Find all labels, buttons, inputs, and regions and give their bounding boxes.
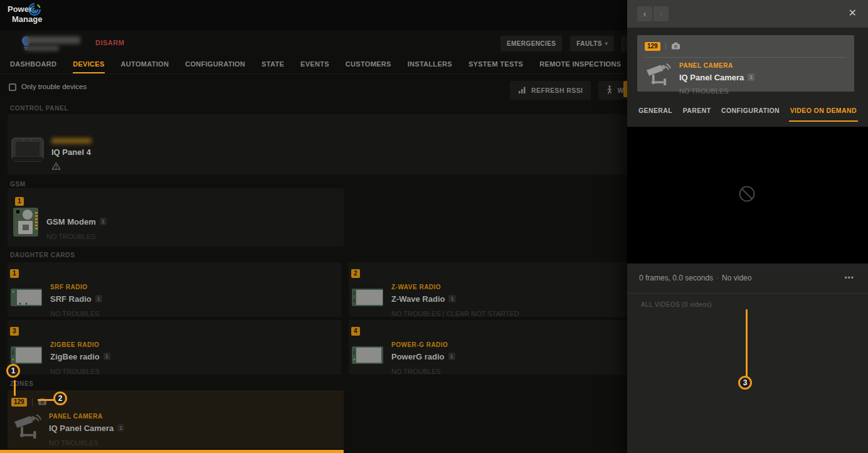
emergencies-button[interactable]: EMERGENCIES xyxy=(500,36,562,51)
srf-radio-card[interactable]: 1 SRF RADIO SRF Radio1 NO TROUBLES xyxy=(8,262,341,317)
callout-3-line xyxy=(746,309,748,377)
device-status: NO TROUBLES xyxy=(50,368,110,375)
chevron-down-icon: ▾ xyxy=(605,41,608,46)
device-name: Z-Wave Radio xyxy=(391,294,445,304)
all-videos-label: ALL VIDEOS (0 videos) xyxy=(641,301,712,308)
nav-dashboard[interactable]: DASHBOARD xyxy=(10,55,56,73)
selected-section-strip xyxy=(0,450,344,453)
tab-configuration[interactable]: CONFIGURATION xyxy=(720,97,781,122)
prev-device-button[interactable]: ‹ xyxy=(637,6,652,21)
device-status: NO TROUBLES xyxy=(50,310,102,317)
refresh-rssi-label: REFRESH RSSI xyxy=(531,87,583,94)
camera-icon xyxy=(38,397,47,408)
nav-configuration[interactable]: CONFIGURATION xyxy=(185,55,245,73)
redacted-account-subtext xyxy=(25,46,59,51)
device-count-badge: 1 xyxy=(448,295,455,302)
video-preview-area xyxy=(627,127,868,264)
device-count-badge: 1 xyxy=(448,353,455,360)
powermanage-swirl-icon xyxy=(28,3,41,19)
device-id-badge: 1 xyxy=(15,197,24,206)
no-video-label: No video xyxy=(722,274,751,282)
section-header-daughter-cards: DAUGHTER CARDS xyxy=(10,252,75,258)
device-status: NO TROUBLES xyxy=(391,368,455,375)
device-type-label: PANEL CAMERA xyxy=(679,62,754,69)
control-panel-card[interactable]: IQ Panel 4 xyxy=(8,114,672,174)
device-detail-tabs: GENERAL PARENT CONFIGURATION VIDEO ON DE… xyxy=(627,92,868,127)
device-name: IQ Panel Camera xyxy=(49,424,114,433)
gsm-modem-card[interactable]: 1 GSM Modem1 NO TROUBLES xyxy=(8,188,344,247)
nav-system-tests[interactable]: SYSTEM TESTS xyxy=(468,55,523,73)
device-id-badge: 3 xyxy=(10,327,19,336)
nav-devices[interactable]: DEVICES xyxy=(73,55,104,73)
radio-board-image xyxy=(351,346,384,375)
faults-label: FAULTS xyxy=(576,40,602,47)
close-icon[interactable]: ✕ xyxy=(849,7,857,19)
tab-general[interactable]: GENERAL xyxy=(637,97,674,122)
disarm-state-label: DISARM xyxy=(95,39,124,46)
device-name: ZigBee radio xyxy=(50,352,100,361)
iq-panel-image xyxy=(11,137,44,173)
callout-2-line xyxy=(38,399,55,401)
device-id-badge: 4 xyxy=(351,327,360,336)
device-name: IQ Panel 4 xyxy=(51,147,92,157)
nav-customers[interactable]: CUSTOMERS xyxy=(346,55,391,73)
nav-events[interactable]: EVENTS xyxy=(300,55,329,73)
callout-1: 1 xyxy=(6,364,20,378)
no-video-icon xyxy=(737,184,757,206)
device-type-label: ZIGBEE RADIO xyxy=(50,341,110,348)
walking-person-icon xyxy=(606,85,613,95)
more-options-icon[interactable]: ••• xyxy=(844,274,854,282)
device-status: NO TROUBLES xyxy=(49,439,124,447)
divider xyxy=(665,43,666,50)
panel-device-card: 129 xyxy=(637,35,854,92)
signal-icon xyxy=(518,86,527,95)
callout-1-line xyxy=(14,380,16,396)
refresh-rssi-button[interactable]: REFRESH RSSI xyxy=(510,81,591,100)
emergencies-label: EMERGENCIES xyxy=(507,40,556,47)
callout-2: 2 xyxy=(53,392,67,405)
zigbee-radio-card[interactable]: 3 ZIGBEE RADIO ZigBee radio1 NO TROUBLES xyxy=(8,320,341,375)
section-header-gsm: GSM xyxy=(10,181,26,188)
clipped-status-button[interactable] xyxy=(621,36,627,51)
device-type-label: PANEL CAMERA xyxy=(49,413,124,420)
callout-3: 3 xyxy=(738,376,752,390)
device-count-badge: 1 xyxy=(100,218,107,225)
radio-board-image xyxy=(351,288,384,317)
main-navigation: DASHBOARD DEVICES AUTOMATION CONFIGURATI… xyxy=(0,55,627,74)
tab-video-on-demand[interactable]: VIDEO ON DEMAND xyxy=(789,97,858,122)
device-type-label: Z-WAVE RADIO xyxy=(391,284,519,290)
device-name: SRF Radio xyxy=(50,294,92,304)
device-name: IQ Panel Camera xyxy=(679,73,744,82)
device-name: GSM Modem xyxy=(46,217,96,226)
cctv-camera-image xyxy=(13,413,41,447)
only-trouble-checkbox[interactable] xyxy=(9,83,16,91)
device-status: NO TROUBLES | CLEAR NOT STARTED xyxy=(391,310,519,317)
device-count-badge: 1 xyxy=(117,424,124,432)
nav-installers[interactable]: INSTALLERS xyxy=(408,55,452,73)
device-count-badge: 1 xyxy=(748,73,754,81)
divider xyxy=(32,398,33,406)
device-count-badge: 1 xyxy=(103,353,110,360)
redacted-panel-name xyxy=(51,138,92,144)
nav-state[interactable]: STATE xyxy=(262,55,284,73)
zone-id-badge: 129 xyxy=(11,398,27,407)
cctv-camera-image xyxy=(645,62,671,95)
device-count-badge: 1 xyxy=(95,295,102,302)
faults-dropdown[interactable]: FAULTS ▾ xyxy=(570,36,614,51)
warning-triangle-icon xyxy=(51,161,92,173)
nav-automation[interactable]: AUTOMATION xyxy=(121,55,169,73)
camera-icon xyxy=(671,41,680,52)
nav-remote-inspections[interactable]: REMOTE INSPECTIONS xyxy=(539,55,621,73)
device-id-badge: 2 xyxy=(351,269,360,278)
next-device-button[interactable]: › xyxy=(654,6,669,21)
radio-board-image xyxy=(10,288,43,317)
divider xyxy=(645,57,847,58)
section-header-control-panel: CONTROL PANEL xyxy=(10,105,68,112)
redacted-account-name xyxy=(24,36,80,44)
device-type-label: SRF RADIO xyxy=(50,284,102,290)
dot-separator: · xyxy=(716,274,719,282)
device-id-badge: 1 xyxy=(10,269,19,278)
device-type-label: POWER-G RADIO xyxy=(391,341,455,348)
video-status-line: 0 frames, 0.0 seconds·No video xyxy=(639,274,751,282)
tab-parent[interactable]: PARENT xyxy=(682,97,712,122)
